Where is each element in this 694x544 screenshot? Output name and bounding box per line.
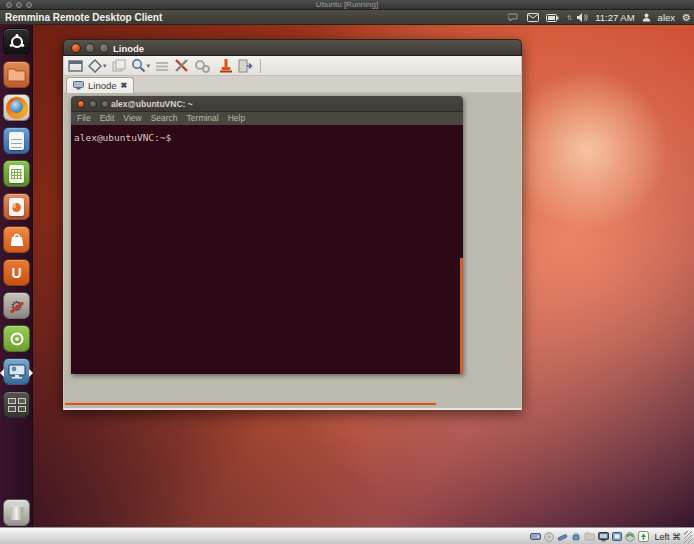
window-title: Linode <box>113 40 144 57</box>
mouse-integration-icon[interactable] <box>638 531 649 542</box>
launcher-item-libreoffice-impress[interactable] <box>3 193 30 220</box>
vm-minimize-button[interactable] <box>16 2 22 8</box>
duplicate-button[interactable] <box>112 58 126 74</box>
zoom-caret-icon[interactable]: ▾ <box>147 62 151 70</box>
launcher-item-libreoffice-calc[interactable] <box>3 160 30 187</box>
fullscreen-button[interactable] <box>68 58 83 74</box>
tools-button[interactable] <box>174 58 189 74</box>
remmina-body: ▾ ▾ Linode ✖ <box>63 56 522 410</box>
resize-grip[interactable] <box>684 531 692 543</box>
network-icon[interactable] <box>557 532 568 542</box>
remote-wallpaper-artifact-vertical <box>460 258 463 374</box>
duplicate-icon <box>112 59 126 72</box>
exit-button[interactable] <box>238 58 253 74</box>
session-username[interactable]: alex <box>658 12 675 23</box>
tab-monitor-icon <box>73 81 84 90</box>
remmina-toolbar: ▾ ▾ <box>64 56 521 76</box>
window-maximize-button[interactable] <box>99 43 109 53</box>
calc-spreadsheet-icon <box>9 165 24 183</box>
launcher-item-home-folder[interactable] <box>3 61 30 88</box>
ubuntu-menubar: Remmina Remote Desktop Client ↑↓ 11:27 A… <box>0 10 694 25</box>
toolbar-separator <box>260 59 261 73</box>
plugins-gears-icon <box>194 59 210 73</box>
launcher-item-software-center[interactable] <box>3 226 30 253</box>
folder-icon <box>7 67 26 82</box>
unity-launcher: U ⚙ <box>0 25 33 527</box>
remmina-monitor-icon <box>8 364 26 380</box>
features-icon[interactable] <box>625 532 635 542</box>
terminal-titlebar[interactable]: alex@ubuntuVNC: ~ <box>71 96 463 112</box>
window-minimize-button[interactable] <box>85 43 95 53</box>
network-arrows-icon[interactable]: ↑↓ <box>566 13 570 22</box>
launcher-item-ubuntu-one[interactable]: U <box>3 259 30 286</box>
vm-zoom-button[interactable] <box>26 2 32 8</box>
fit-window-caret-icon[interactable]: ▾ <box>103 62 107 70</box>
impress-presentation-icon <box>9 198 24 216</box>
zoom-icon <box>131 58 146 73</box>
launcher-item-workspace-switcher[interactable] <box>3 391 30 418</box>
remmina-titlebar[interactable]: Linode <box>63 39 522 56</box>
mail-icon[interactable] <box>527 13 539 22</box>
shared-folders-icon[interactable] <box>584 532 595 541</box>
menu-terminal[interactable]: Terminal <box>187 112 219 125</box>
tab-label: Linode <box>88 80 117 91</box>
launcher-item-system-settings[interactable]: ⚙ <box>3 292 30 319</box>
battery-icon[interactable] <box>546 14 559 22</box>
trash-can-icon <box>10 505 23 520</box>
updater-icon <box>8 330 26 348</box>
window-close-button[interactable] <box>71 43 81 53</box>
tools-icon <box>174 58 189 73</box>
menu-edit[interactable]: Edit <box>100 112 115 125</box>
terminal-minimize-button[interactable] <box>89 100 97 108</box>
disconnect-button[interactable] <box>219 58 233 74</box>
messaging-icon[interactable] <box>508 13 520 23</box>
sound-icon[interactable] <box>577 13 588 22</box>
host-key-label: Left ⌘ <box>654 532 681 542</box>
launcher-item-trash[interactable] <box>3 499 30 526</box>
fullscreen-icon <box>68 60 83 72</box>
settings-gear-icon: ⚙ <box>10 298 23 314</box>
video-capture-icon[interactable] <box>612 532 622 541</box>
clock[interactable]: 11:27 AM <box>595 12 634 23</box>
active-app-title[interactable]: Remmina Remote Desktop Client <box>5 10 162 25</box>
disconnect-icon <box>219 58 233 73</box>
shopping-bag-icon <box>9 231 25 248</box>
hdd-icon[interactable] <box>530 532 541 541</box>
plugins-button[interactable] <box>194 58 210 74</box>
launcher-item-firefox[interactable] <box>3 94 30 121</box>
terminal-close-button[interactable] <box>77 100 85 108</box>
menu-help[interactable]: Help <box>228 112 245 125</box>
screen: Ubuntu [Running] Remmina Remote Desktop … <box>0 0 694 544</box>
remote-terminal-window[interactable]: alex@ubuntuVNC: ~ File Edit View Search … <box>71 96 463 374</box>
terminal-title: alex@ubuntuVNC: ~ <box>111 96 193 112</box>
menu-file[interactable]: File <box>77 112 91 125</box>
ubuntu-one-letter: U <box>11 265 21 281</box>
fit-window-icon <box>88 59 102 73</box>
launcher-item-software-updater[interactable] <box>3 325 30 352</box>
remote-desktop-viewport[interactable]: alex@ubuntuVNC: ~ File Edit View Search … <box>64 93 521 408</box>
terminal-content[interactable]: alex@ubuntuVNC:~$ <box>71 125 463 374</box>
tab-linode[interactable]: Linode ✖ <box>66 77 134 93</box>
grab-keyboard-button[interactable] <box>155 58 169 74</box>
terminal-maximize-button[interactable] <box>101 100 109 108</box>
vm-close-button[interactable] <box>6 2 12 8</box>
zoom-button[interactable]: ▾ <box>131 58 151 74</box>
remote-wallpaper-artifact-horizontal <box>65 402 436 405</box>
vbox-statusbar: Left ⌘ <box>0 527 694 544</box>
usb-icon[interactable] <box>571 532 581 542</box>
launcher-item-libreoffice-writer[interactable] <box>3 127 30 154</box>
exit-icon <box>238 59 253 73</box>
menu-view[interactable]: View <box>123 112 141 125</box>
display-icon[interactable] <box>598 532 609 542</box>
firefox-icon <box>6 97 28 119</box>
session-gear-icon[interactable]: ⚙ <box>682 10 691 25</box>
cd-icon[interactable] <box>544 532 554 542</box>
workspace-grid-icon <box>8 398 26 412</box>
menu-search[interactable]: Search <box>151 112 178 125</box>
user-icon[interactable] <box>642 13 651 22</box>
tab-close-icon[interactable]: ✖ <box>121 81 128 90</box>
fit-window-button[interactable]: ▾ <box>88 58 107 74</box>
launcher-item-remmina[interactable] <box>3 358 30 385</box>
terminal-menubar: File Edit View Search Terminal Help <box>71 112 463 125</box>
launcher-item-dash-home[interactable] <box>3 28 30 55</box>
